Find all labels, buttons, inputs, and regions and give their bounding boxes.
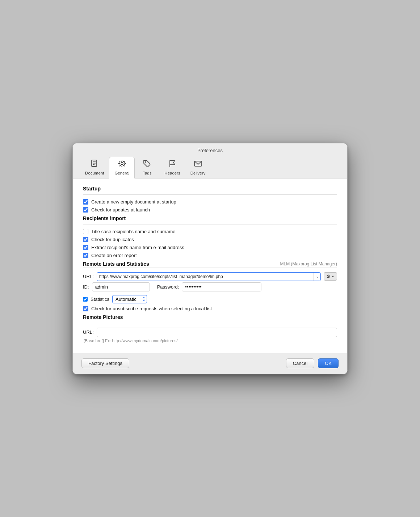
checkbox-check-updates-label: Check for updates at launch [91, 207, 150, 213]
checkbox-extract-name-label: Extract recipient's name from e-mail add… [91, 245, 184, 250]
mlm-label: MLM (Maxprog List Manager) [280, 261, 337, 266]
document-icon [90, 159, 99, 169]
tab-document[interactable]: Document [80, 157, 109, 178]
url-row: URL: ⌄ ⚙ ▼ [83, 272, 337, 281]
checkbox-error-report-label: Create an error report [91, 253, 137, 258]
bottom-bar: Factory Settings Cancel OK [73, 353, 347, 374]
checkbox-duplicates: Check for duplicates [83, 237, 337, 242]
gear-dropdown-button[interactable]: ⚙ ▼ [324, 272, 337, 281]
tab-tags-label: Tags [143, 171, 151, 175]
remote-lists-header-row: Remote Lists and Statistics MLM (Maxprog… [83, 261, 337, 267]
statistics-select[interactable]: Automatic Manual Disabled [112, 295, 147, 303]
password-input[interactable] [182, 282, 261, 291]
tab-headers[interactable]: Headers [159, 157, 185, 178]
url-dropdown-arrow[interactable]: ⌄ [314, 273, 320, 281]
checkbox-new-doc-label: Create a new empty document at startup [91, 199, 176, 205]
checkbox-error-report: Create an error report [83, 253, 337, 258]
svg-point-5 [119, 161, 125, 166]
gear-settings-icon: ⚙ [326, 274, 331, 279]
title-text: Preferences [197, 148, 223, 153]
checkbox-extract-name: Extract recipient's name from e-mail add… [83, 245, 337, 250]
remote-pictures-header: Remote Pictures [83, 314, 337, 320]
checkbox-error-report-input[interactable] [83, 253, 88, 258]
pictures-url-label: URL: [83, 329, 94, 335]
gear-icon [118, 159, 126, 169]
statistics-row: Statistics Automatic Manual Disabled ▲ ▼ [83, 295, 337, 303]
ok-button[interactable]: OK [318, 358, 339, 368]
checkbox-unsubscribe-label: Check for unsubscribe requests when sele… [91, 306, 212, 311]
tab-delivery[interactable]: Delivery [185, 157, 211, 178]
gear-dropdown-chevron: ▼ [331, 275, 335, 278]
envelope-icon [194, 159, 202, 169]
tab-delivery-label: Delivery [190, 171, 206, 175]
checkbox-title-case-label: Title case recipient's name and surname [91, 229, 176, 234]
url-input[interactable] [97, 273, 314, 281]
statistics-checkbox[interactable] [83, 297, 88, 302]
checkbox-unsubscribe-input[interactable] [83, 306, 88, 311]
checkbox-check-updates-input[interactable] [83, 207, 88, 213]
remote-pictures-section: Remote Pictures URL: [Base href] Ex: htt… [83, 314, 337, 343]
id-password-row: ID: Password: [83, 282, 337, 291]
window: Preferences Document [72, 143, 348, 374]
pictures-url-row: URL: [83, 328, 337, 337]
checkbox-extract-name-input[interactable] [83, 245, 88, 250]
statistics-label: Statistics [91, 297, 109, 302]
startup-section: Startup Create a new empty document at s… [83, 186, 337, 213]
factory-settings-label: Factory Settings [88, 361, 122, 366]
pictures-url-input[interactable] [97, 328, 337, 337]
checkbox-unsubscribe: Check for unsubscribe requests when sele… [83, 306, 337, 311]
svg-point-6 [145, 161, 146, 162]
checkbox-new-doc-input[interactable] [83, 199, 88, 205]
remote-lists-header: Remote Lists and Statistics [83, 261, 149, 267]
ok-label: OK [325, 361, 332, 366]
recipients-section: Recipients import Title case recipient's… [83, 215, 337, 258]
tab-general-label: General [114, 171, 129, 175]
id-label: ID: [83, 284, 89, 290]
checkbox-title-case: Title case recipient's name and surname [83, 229, 337, 234]
remote-lists-section: Remote Lists and Statistics MLM (Maxprog… [83, 261, 337, 311]
recipients-header: Recipients import [83, 215, 337, 221]
statistics-select-wrapper: Automatic Manual Disabled ▲ ▼ [112, 295, 147, 303]
window-title: Preferences [73, 143, 347, 155]
cancel-label: Cancel [293, 361, 307, 366]
svg-point-4 [121, 163, 123, 165]
startup-divider [83, 194, 337, 195]
checkbox-new-doc: Create a new empty document at startup [83, 199, 337, 205]
id-input[interactable] [92, 282, 150, 291]
flag-icon [168, 159, 177, 169]
tab-document-label: Document [85, 171, 104, 175]
startup-header: Startup [83, 186, 337, 192]
remote-lists-divider [83, 268, 337, 268]
checkbox-duplicates-label: Check for duplicates [91, 237, 134, 242]
password-label: Password: [157, 284, 179, 290]
recipients-divider [83, 224, 337, 224]
pictures-url-hint: [Base href] Ex: http://www.mydomain.com/… [83, 339, 337, 343]
tab-headers-label: Headers [164, 171, 180, 175]
ok-cancel-group: Cancel OK [286, 358, 339, 368]
url-combo: ⌄ [97, 272, 321, 281]
tab-tags[interactable]: Tags [135, 157, 159, 178]
checkbox-check-updates: Check for updates at launch [83, 207, 337, 213]
factory-settings-button[interactable]: Factory Settings [81, 358, 129, 368]
checkbox-duplicates-input[interactable] [83, 237, 88, 242]
checkbox-title-case-input[interactable] [83, 229, 88, 234]
cancel-button[interactable]: Cancel [286, 358, 314, 368]
tab-general[interactable]: General [109, 157, 135, 178]
url-label: URL: [83, 274, 94, 279]
main-content: Startup Create a new empty document at s… [73, 178, 347, 353]
toolbar: Document General [73, 155, 347, 178]
remote-pictures-divider [83, 323, 337, 323]
tag-icon [143, 159, 151, 169]
